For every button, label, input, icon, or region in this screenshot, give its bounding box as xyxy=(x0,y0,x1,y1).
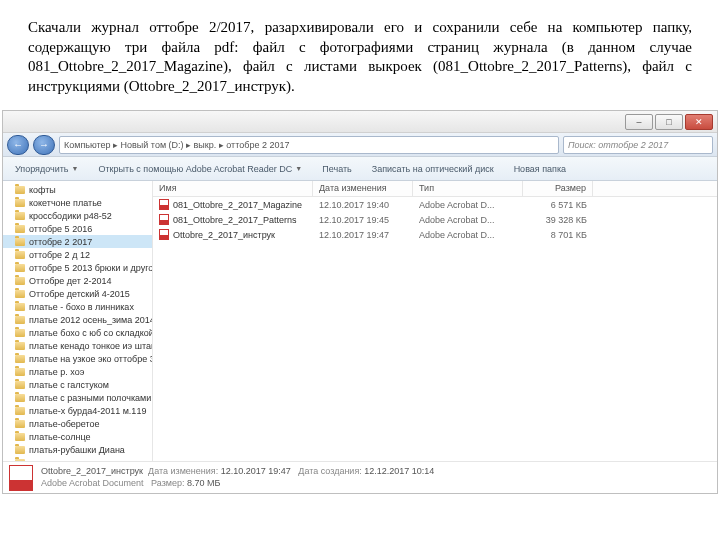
status-size: 8.70 МБ xyxy=(187,478,220,488)
window-buttons: – □ ✕ xyxy=(625,114,713,130)
file-list: 081_Ottobre_2_2017_Magazine12.10.2017 19… xyxy=(153,197,717,242)
file-name: 081_Ottobre_2_2017_Magazine xyxy=(173,200,302,210)
folder-icon xyxy=(15,264,25,272)
sidebar-item[interactable]: Оттобре дет 2-2014 xyxy=(3,274,152,287)
organize-button[interactable]: Упорядочить▼ xyxy=(9,162,85,176)
status-text: Ottobre_2_2017_инструк Дата изменения: 1… xyxy=(41,466,434,489)
sidebar-item[interactable]: платье с разными полочками xyxy=(3,391,152,404)
folder-icon xyxy=(15,303,25,311)
burn-button[interactable]: Записать на оптический диск xyxy=(366,162,500,176)
col-name[interactable]: Имя xyxy=(153,181,313,196)
sidebar-item-label: платье кенадо тонкое иэ штапеля xyxy=(29,341,152,351)
sidebar-item[interactable]: Оттобре детский 4-2015 xyxy=(3,287,152,300)
folder-icon xyxy=(15,199,25,207)
sidebar-item[interactable]: платье на узкое эко оттобре 3-2013 xyxy=(3,352,152,365)
close-button[interactable]: ✕ xyxy=(685,114,713,130)
folder-icon xyxy=(15,238,25,246)
maximize-button[interactable]: □ xyxy=(655,114,683,130)
folder-icon xyxy=(15,329,25,337)
sidebar-item[interactable]: кокетчоне платье xyxy=(3,196,152,209)
sidebar-item-label: платье на узкое эко оттобре 3-2013 xyxy=(29,354,152,364)
folder-icon xyxy=(15,290,25,298)
explorer-window: – □ ✕ ← → Компьютер ▸ Новый том (D:) ▸ в… xyxy=(2,110,718,494)
sidebar-item-label: платье 2012 осень_зима 2014 xyxy=(29,315,152,325)
sidebar-item-label: кроссбодики р48-52 xyxy=(29,211,112,221)
col-date[interactable]: Дата изменения xyxy=(313,181,413,196)
sidebar-item[interactable]: платье-трапеция на кокетке с лампасами и xyxy=(3,456,152,461)
sidebar-item-label: платье-оберетое xyxy=(29,419,100,429)
address-bar: ← → Компьютер ▸ Новый том (D:) ▸ выкр. ▸… xyxy=(3,133,717,157)
file-type: Adobe Acrobat D... xyxy=(413,200,523,210)
sidebar-item-label: кофты xyxy=(29,185,56,195)
newfolder-button[interactable]: Новая папка xyxy=(508,162,572,176)
folder-icon xyxy=(15,277,25,285)
col-type[interactable]: Тип xyxy=(413,181,523,196)
file-date: 12.10.2017 19:40 xyxy=(313,200,413,210)
folder-icon xyxy=(15,251,25,259)
sidebar-item[interactable]: оттобре 2 2017 xyxy=(3,235,152,248)
sidebar-item[interactable]: платье-х бурда4-2011 м.119 xyxy=(3,404,152,417)
forward-button[interactable]: → xyxy=(33,135,55,155)
sidebar-item-label: Оттобре дет 2-2014 xyxy=(29,276,111,286)
sidebar-item-label: кокетчоне платье xyxy=(29,198,102,208)
sidebar-item[interactable]: оттобре 5 2016 xyxy=(3,222,152,235)
file-row[interactable]: 081_Ottobre_2_2017_Patterns12.10.2017 19… xyxy=(153,212,717,227)
sidebar-item[interactable]: оттобре 2 д 12 xyxy=(3,248,152,261)
folder-icon xyxy=(15,407,25,415)
sidebar-item[interactable]: кроссбодики р48-52 xyxy=(3,209,152,222)
folder-icon xyxy=(15,459,25,462)
minimize-button[interactable]: – xyxy=(625,114,653,130)
sidebar-item-label: оттобре 5 2016 xyxy=(29,224,92,234)
sidebar-item-label: оттобре 2 д 12 xyxy=(29,250,90,260)
file-size: 8 701 КБ xyxy=(523,230,593,240)
sidebar-item[interactable]: платья-рубашки Диана xyxy=(3,443,152,456)
open-with-button[interactable]: Открыть с помощью Adobe Acrobat Reader D… xyxy=(93,162,309,176)
sidebar-item[interactable]: платье-оберетое xyxy=(3,417,152,430)
toolbar: Упорядочить▼ Открыть с помощью Adobe Acr… xyxy=(3,157,717,181)
folder-icon xyxy=(15,420,25,428)
sidebar-item-label: платье с разными полочками xyxy=(29,393,151,403)
pdf-icon xyxy=(159,199,169,210)
sidebar-item[interactable]: платье 2012 осень_зима 2014 xyxy=(3,313,152,326)
back-button[interactable]: ← xyxy=(7,135,29,155)
address-path[interactable]: Компьютер ▸ Новый том (D:) ▸ выкр. ▸ отт… xyxy=(59,136,559,154)
file-pane: Имя Дата изменения Тип Размер 081_Ottobr… xyxy=(153,181,717,461)
folder-icon xyxy=(15,381,25,389)
pdf-icon xyxy=(9,465,33,491)
sidebar-item-label: платье бохо с юб со складкой по спине xyxy=(29,328,152,338)
file-type: Adobe Acrobat D... xyxy=(413,215,523,225)
file-row[interactable]: Ottobre_2_2017_инструк12.10.2017 19:47Ad… xyxy=(153,227,717,242)
window-titlebar: – □ ✕ xyxy=(3,111,717,133)
description-text: Скачали журнал оттобре 2/2017, разархиви… xyxy=(0,0,720,106)
file-row[interactable]: 081_Ottobre_2_2017_Magazine12.10.2017 19… xyxy=(153,197,717,212)
sidebar-item-label: платье-х бурда4-2011 м.119 xyxy=(29,406,146,416)
sidebar-item[interactable]: платье р. хоэ xyxy=(3,365,152,378)
status-date-mod-label: Дата изменения: xyxy=(148,466,218,476)
status-bar: Ottobre_2_2017_инструк Дата изменения: 1… xyxy=(3,461,717,493)
col-size[interactable]: Размер xyxy=(523,181,593,196)
sidebar-item-label: Оттобре детский 4-2015 xyxy=(29,289,130,299)
sidebar-item[interactable]: кофты xyxy=(3,183,152,196)
status-filename: Ottobre_2_2017_инструк xyxy=(41,466,143,476)
status-date-mod: 12.10.2017 19:47 xyxy=(221,466,291,476)
sidebar-item-label: платье-солнце xyxy=(29,432,90,442)
search-input[interactable]: Поиск: оттобре 2 2017 xyxy=(563,136,713,154)
status-size-label: Размер: xyxy=(151,478,184,488)
folder-icon xyxy=(15,394,25,402)
folder-icon xyxy=(15,355,25,363)
sidebar-item-label: оттобре 5 2013 брюки и другое xyxy=(29,263,152,273)
sidebar-item[interactable]: платье бохо с юб со складкой по спине xyxy=(3,326,152,339)
sidebar-item[interactable]: платье кенадо тонкое иэ штапеля xyxy=(3,339,152,352)
sidebar-item[interactable]: платье - бохо в линниках xyxy=(3,300,152,313)
explorer-body: кофтыкокетчоне платьекроссбодики р48-52о… xyxy=(3,181,717,461)
file-name: 081_Ottobre_2_2017_Patterns xyxy=(173,215,297,225)
sidebar-item-label: платье р. хоэ xyxy=(29,367,84,377)
print-button[interactable]: Печать xyxy=(316,162,357,176)
folder-icon xyxy=(15,186,25,194)
pdf-icon xyxy=(159,214,169,225)
folder-icon xyxy=(15,316,25,324)
sidebar-item[interactable]: платье с галстуком xyxy=(3,378,152,391)
sidebar-item[interactable]: платье-солнце xyxy=(3,430,152,443)
status-filetype: Adobe Acrobat Document xyxy=(41,478,144,488)
sidebar-item[interactable]: оттобре 5 2013 брюки и другое xyxy=(3,261,152,274)
